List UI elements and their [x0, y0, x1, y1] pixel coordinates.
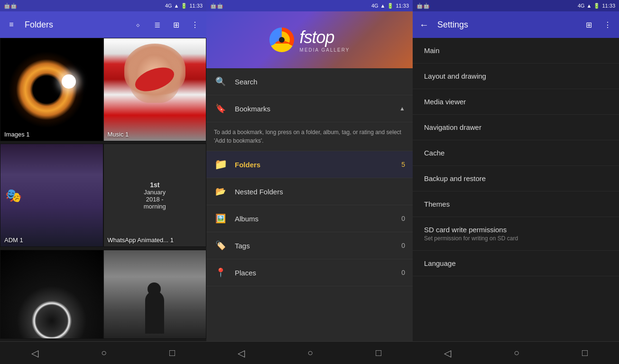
places-icon: 📍: [214, 266, 227, 279]
fstop-subtitle: MEDIA GALLERY: [300, 47, 350, 53]
settings-layout-label: Layout and drawing: [424, 72, 486, 80]
settings-item-backup[interactable]: Backup and restore: [413, 166, 619, 191]
bookmarks-label: Bookmarks: [235, 105, 392, 113]
network-label: 4G: [165, 3, 172, 9]
settings-item-layout[interactable]: Layout and drawing: [413, 64, 619, 89]
time-label-3: 11:33: [602, 3, 615, 9]
nav-item-search[interactable]: 🔍 Search: [206, 68, 413, 95]
places-label: Places: [235, 269, 394, 277]
bookmark-icon: 🔖: [214, 102, 227, 115]
albums-count: 0: [401, 215, 405, 222]
adm-label: ADM 1: [4, 237, 23, 244]
places-count: 0: [401, 269, 405, 276]
search-label: Search: [235, 78, 405, 86]
images-thumbnail: [0, 38, 103, 141]
status-icons-left: 🤖🤖: [4, 3, 17, 9]
settings-grid-icon[interactable]: ⊞: [583, 19, 594, 30]
signal-icon-2: ▲: [380, 3, 386, 9]
grid-item-music[interactable]: Music 1: [103, 38, 207, 141]
nav-item-tags[interactable]: 🏷️ Tags 0: [206, 232, 413, 259]
settings-sd-card-label: SD card write permissions: [424, 226, 507, 234]
images-label: Images 1: [4, 131, 29, 138]
nav-item-folders[interactable]: 📁 Folders 5: [206, 151, 413, 178]
grid-item-whatsapp[interactable]: 1st January 2018 - morning WhatsApp Anim…: [103, 144, 207, 247]
network-label-3: 4G: [578, 3, 585, 9]
adm-thumbnail: 🎭: [0, 144, 103, 246]
signal-icon: ▲: [174, 3, 179, 9]
recents-button-2[interactable]: □: [366, 344, 391, 362]
settings-item-media-viewer[interactable]: Media viewer: [413, 89, 619, 115]
folders-title: Folders: [25, 20, 125, 30]
more-icon[interactable]: ⋮: [189, 19, 201, 30]
nav-item-nested-folders[interactable]: 📂 Nested Folders: [206, 178, 413, 205]
nav-item-albums[interactable]: 🖼️ Albums 0: [206, 205, 413, 232]
whatsapp-label: WhatsApp Animated... 1: [108, 237, 174, 244]
whatsapp-thumbnail: 1st January 2018 - morning: [104, 144, 206, 246]
albums-label: Albums: [235, 215, 394, 223]
status-bar-1: 🤖🤖 4G ▲ 🔋 11:33: [0, 0, 206, 11]
bookmarks-content: To add a bookmark, long press on a folde…: [206, 122, 413, 151]
settings-more-icon[interactable]: ⋮: [602, 19, 613, 30]
grid-item-abstract[interactable]: [0, 250, 103, 339]
settings-title: Settings: [437, 20, 575, 30]
settings-themes-label: Themes: [424, 200, 450, 208]
settings-item-themes[interactable]: Themes: [413, 191, 619, 217]
nav-item-places[interactable]: 📍 Places 0: [206, 259, 413, 286]
time-label-1: 11:33: [189, 3, 203, 9]
bottom-nav-1: ◁ ○ □: [0, 341, 206, 364]
time-label-2: 11:33: [396, 3, 409, 9]
sort-icon[interactable]: ≣: [151, 19, 163, 30]
folder-icon: 📁: [214, 158, 227, 171]
nav-drawer-header: fstop MEDIA GALLERY: [206, 11, 413, 68]
tags-label: Tags: [235, 242, 394, 250]
recents-button-3[interactable]: □: [573, 344, 597, 362]
grid-item-person[interactable]: [103, 250, 207, 339]
grid-item-images[interactable]: Images 1: [0, 38, 103, 141]
signal-icon-3: ▲: [587, 3, 592, 9]
bookmarks-section: 🔖 Bookmarks ▲ To add a bookmark, long pr…: [206, 95, 413, 151]
settings-list: Main Layout and drawing Media viewer Nav…: [413, 38, 619, 341]
battery-icon-2: 🔋: [387, 3, 394, 9]
hamburger-icon[interactable]: ≡: [6, 19, 17, 30]
filter-icon[interactable]: ⬦: [132, 19, 144, 30]
back-button-2[interactable]: ◁: [228, 344, 254, 363]
search-icon: 🔍: [214, 75, 227, 88]
home-button-2[interactable]: ○: [298, 344, 323, 362]
fstop-logo: fstop MEDIA GALLERY: [269, 27, 350, 53]
nested-folders-label: Nested Folders: [235, 188, 405, 196]
toolbar-settings: ← Settings ⊞ ⋮: [413, 11, 619, 38]
recents-button-1[interactable]: □: [160, 344, 185, 362]
panel-folders: 🤖🤖 4G ▲ 🔋 11:33 ≡ Folders ⬦ ≣ ⊞ ⋮ Images…: [0, 0, 206, 364]
back-arrow-icon[interactable]: ←: [418, 19, 430, 30]
settings-item-cache[interactable]: Cache: [413, 140, 619, 166]
grid-icon[interactable]: ⊞: [170, 19, 182, 30]
panel-settings: 🤖🤖 4G ▲ 🔋 11:33 ← Settings ⊞ ⋮ Main Layo…: [413, 0, 619, 364]
person-thumbnail: [104, 250, 206, 338]
nested-folder-icon: 📂: [214, 185, 227, 198]
folders-count: 5: [401, 161, 405, 168]
bottom-nav-3: ◁ ○ □: [413, 341, 619, 364]
settings-cache-label: Cache: [424, 149, 444, 157]
panel-nav-drawer: 🤖🤖 4G ▲ 🔋 11:33 fstop MEDIA GALLERY: [206, 0, 413, 364]
grid-item-adm[interactable]: 🎭 ADM 1: [0, 144, 103, 247]
home-button-3[interactable]: ○: [504, 344, 529, 362]
settings-language-label: Language: [424, 259, 456, 267]
settings-item-nav-drawer[interactable]: Navigation drawer: [413, 115, 619, 140]
nav-list: 🔍 Search 🔖 Bookmarks ▲ To add a bookmark…: [206, 68, 413, 341]
fstop-icon: [269, 27, 294, 52]
status-bar-2: 🤖🤖 4G ▲ 🔋 11:33: [206, 0, 413, 11]
toolbar-folders: ≡ Folders ⬦ ≣ ⊞ ⋮: [0, 11, 206, 38]
home-button-1[interactable]: ○: [92, 344, 116, 362]
back-button-3[interactable]: ◁: [434, 344, 461, 363]
status-icons-right-3: 4G ▲ 🔋 11:33: [578, 3, 615, 9]
status-icons-right: 4G ▲ 🔋 11:33: [165, 3, 203, 9]
back-button-1[interactable]: ◁: [22, 344, 48, 363]
bookmarks-header[interactable]: 🔖 Bookmarks ▲: [206, 95, 413, 122]
settings-item-language[interactable]: Language: [413, 251, 619, 276]
status-icons-left-2: 🤖🤖: [210, 3, 223, 9]
albums-icon: 🖼️: [214, 212, 227, 225]
tags-icon: 🏷️: [214, 239, 227, 252]
settings-item-main[interactable]: Main: [413, 38, 619, 64]
settings-nav-drawer-label: Navigation drawer: [424, 123, 481, 131]
settings-item-sd-card[interactable]: SD card write permissions Set permission…: [413, 217, 619, 251]
